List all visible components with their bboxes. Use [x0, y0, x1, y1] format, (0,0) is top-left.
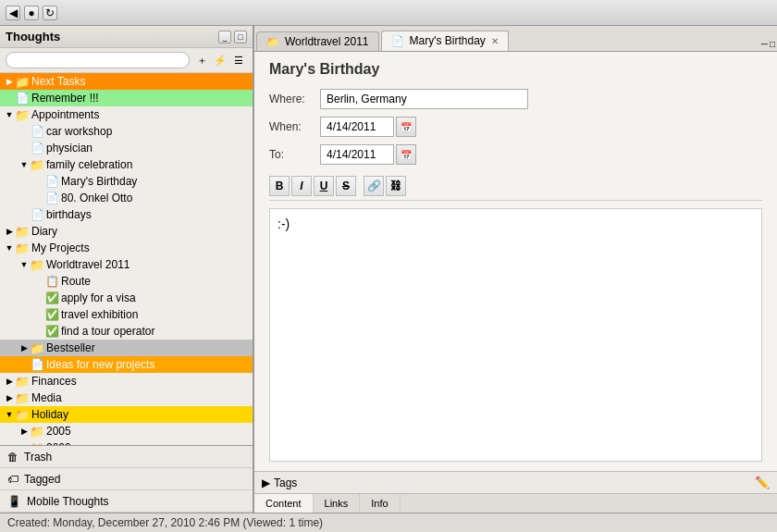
tree-item-car-workshop[interactable]: 📄car workshop: [0, 123, 253, 140]
tree-item-icon: 📁: [30, 341, 44, 354]
tree-arrow-icon: ▶: [4, 77, 15, 86]
tree-item-icon: 📄: [44, 192, 59, 204]
bold-button[interactable]: B: [269, 176, 290, 196]
italic-button[interactable]: I: [291, 176, 312, 196]
tabs: 📁 Worldtravel 2011 📄 Mary's Birthday ✕: [256, 31, 511, 51]
search-input[interactable]: [6, 52, 190, 68]
tree-item-next-tasks[interactable]: ▶📁Next Tasks: [0, 73, 253, 90]
panel-header: Thoughts _ □: [0, 26, 253, 48]
when-row: When: 📅: [269, 117, 762, 137]
to-calendar-button[interactable]: 📅: [396, 144, 416, 165]
editor-area[interactable]: :-): [269, 208, 762, 462]
tab-close-icon[interactable]: ✕: [491, 36, 499, 46]
where-label: Where:: [269, 93, 320, 105]
maximize-button[interactable]: □: [234, 31, 247, 43]
where-input[interactable]: [320, 89, 528, 109]
left-panel: Thoughts _ □ ＋ ⚡ ☰ ▶📁Next Tasks📄Remember…: [0, 26, 254, 513]
where-row: Where:: [269, 89, 762, 109]
bottom-tabs: Content Links Info: [254, 493, 777, 513]
tree-item-label: family celebration: [46, 158, 132, 171]
tree-item-label: physician: [46, 142, 92, 155]
bottom-nav-mobile[interactable]: 📱Mobile Thoughts: [0, 490, 253, 513]
tree-item-label: Ideas for new projects: [46, 358, 154, 371]
import-icon[interactable]: ⚡: [212, 52, 228, 68]
tree-item-icon: 📁: [15, 391, 30, 404]
tree-container[interactable]: ▶📁Next Tasks📄Remember !!!▼📁Appointments📄…: [0, 73, 253, 445]
tree-arrow-icon: ▼: [4, 110, 15, 119]
strikethrough-button[interactable]: S: [336, 176, 356, 196]
tree-item-icon: 📁: [15, 375, 30, 388]
bottom-nav-trash[interactable]: 🗑Trash: [0, 446, 253, 468]
to-row: To: 📅: [269, 144, 762, 165]
tree-item-label: Appointments: [31, 108, 99, 121]
tab-links[interactable]: Links: [314, 494, 361, 513]
tree-arrow-icon: ▶: [18, 343, 30, 353]
tree-item-2005[interactable]: ▶📁2005: [0, 423, 253, 439]
add-icon[interactable]: ＋: [193, 52, 210, 68]
tree-item-family-celebration[interactable]: ▼📁family celebration: [0, 156, 253, 173]
tree-item-icon: 📄: [30, 125, 44, 138]
tree-item-media[interactable]: ▶📁Media: [0, 390, 253, 406]
link-button[interactable]: 🔗: [364, 176, 384, 196]
tree-item-appointments[interactable]: ▼📁Appointments: [0, 106, 253, 123]
tree-item-birthdays[interactable]: 📄birthdays: [0, 206, 253, 223]
marys-birthday-tab[interactable]: 📄 Mary's Birthday ✕: [381, 31, 509, 51]
tree-item-icon: 📄: [30, 358, 44, 371]
tree-item-label: Next Tasks: [31, 75, 85, 88]
win-controls: ─ □: [761, 39, 775, 49]
tree-item-travel-exhibition[interactable]: ✅travel exhibition: [0, 306, 253, 323]
back-button[interactable]: ◀: [6, 6, 20, 20]
bottom-nav-tagged[interactable]: 🏷Tagged: [0, 468, 253, 490]
tags-label[interactable]: ▶ Tags: [262, 476, 297, 489]
status-text: Created: Monday, December 27, 2010 2:46 …: [7, 516, 323, 529]
tree-item-icon: 📁: [15, 225, 30, 238]
tree-item-bestseller[interactable]: ▶📁Bestseller: [0, 340, 253, 356]
tree-arrow-icon: ▶: [4, 393, 15, 402]
worldtravel-tab[interactable]: 📁 Worldtravel 2011: [256, 31, 379, 51]
tree-arrow-icon: ▶: [18, 427, 30, 436]
tree-item-icon: ✅: [44, 325, 59, 338]
tree-item-icon: 📁: [15, 408, 30, 421]
menu-icon[interactable]: ☰: [230, 52, 247, 68]
tree-item-marys-birthday[interactable]: 📄Mary's Birthday: [0, 173, 253, 190]
tree-item-label: 2005: [46, 425, 71, 438]
win-min-button[interactable]: ─: [761, 39, 768, 49]
trash-label: Trash: [24, 451, 52, 464]
tab-content[interactable]: Content: [254, 494, 314, 513]
tree-item-remember[interactable]: 📄Remember !!!: [0, 90, 253, 106]
refresh-button[interactable]: ↻: [43, 6, 57, 20]
tree-item-icon: 📋: [44, 275, 59, 288]
tree-item-label: Bestseller: [46, 341, 95, 354]
tree-item-label: Worldtravel 2011: [46, 258, 130, 271]
underline-button[interactable]: U: [314, 176, 334, 196]
minimize-button[interactable]: _: [218, 31, 231, 43]
tree-item-route[interactable]: 📋Route: [0, 273, 253, 290]
when-label: When:: [269, 120, 320, 133]
unlink-button[interactable]: ⛓: [386, 176, 406, 196]
home-button[interactable]: ●: [24, 6, 39, 20]
tree-item-ideas-new-projects[interactable]: 📄Ideas for new projects: [0, 356, 253, 373]
tags-edit-icon[interactable]: ✏️: [755, 476, 770, 489]
tags-section: ▶ Tags ✏️: [254, 471, 777, 493]
tree-item-finances[interactable]: ▶📁Finances: [0, 373, 253, 390]
tree-item-holiday[interactable]: ▼📁Holiday: [0, 406, 253, 423]
tree-arrow-icon: ▶: [4, 227, 15, 236]
tree-item-apply-visa[interactable]: ✅apply for a visa: [0, 290, 253, 306]
when-calendar-button[interactable]: 📅: [396, 117, 416, 137]
tree-item-worldtravel[interactable]: ▼📁Worldtravel 2011: [0, 256, 253, 273]
tree-item-label: Diary: [31, 225, 57, 238]
tree-item-icon: 📄: [15, 92, 30, 105]
tree-item-label: travel exhibition: [61, 308, 138, 321]
tree-item-physician[interactable]: 📄physician: [0, 140, 253, 156]
tree-item-icon: 📁: [15, 75, 30, 88]
to-label: To:: [269, 148, 320, 161]
tree-item-label: apply for a visa: [61, 291, 136, 304]
win-max-button[interactable]: □: [770, 39, 775, 49]
tree-item-onkel-otto[interactable]: 📄80. Onkel Otto: [0, 190, 253, 206]
tab-info[interactable]: Info: [360, 494, 400, 513]
tree-item-my-projects[interactable]: ▼📁My Projects: [0, 240, 253, 256]
tree-item-diary[interactable]: ▶📁Diary: [0, 223, 253, 240]
tree-item-find-tour-operator[interactable]: ✅find a tour operator: [0, 323, 253, 340]
to-input[interactable]: [320, 144, 394, 165]
when-input[interactable]: [320, 117, 394, 137]
